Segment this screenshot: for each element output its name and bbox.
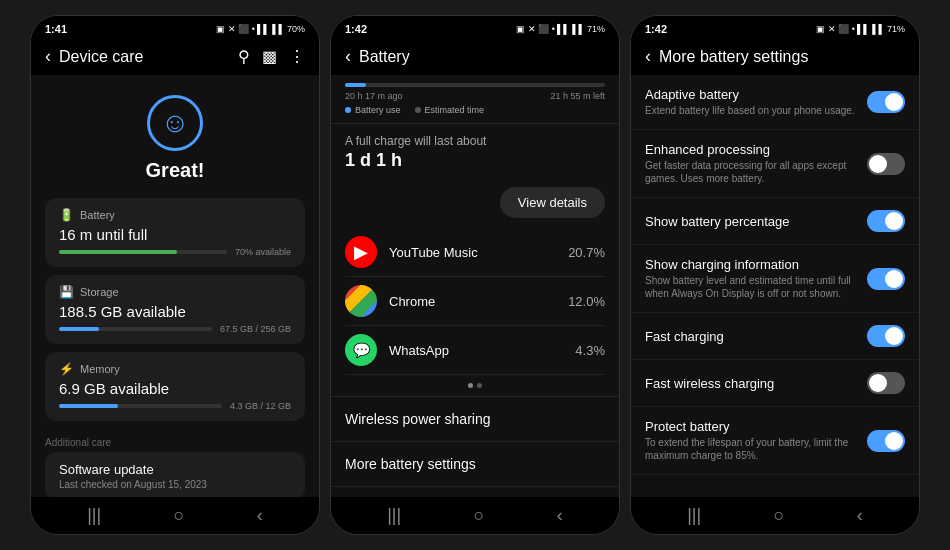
device-care-body: ☺ Great! 🔋 Battery 16 m until full 70% a… bbox=[31, 75, 319, 497]
app-item-whatsapp[interactable]: 💬 WhatsApp 4.3% bbox=[345, 326, 605, 375]
recents-button-3[interactable]: ||| bbox=[687, 505, 701, 526]
setting-fast-wireless-charging[interactable]: Fast wireless charging bbox=[631, 360, 919, 407]
pagination bbox=[331, 375, 619, 396]
memory-card[interactable]: ⚡ Memory 6.9 GB available 4.3 GB / 12 GB bbox=[45, 352, 305, 421]
top-bar-1: ‹ Device care ⚲ ▩ ⋮ bbox=[31, 38, 319, 75]
battery-bar-container bbox=[345, 83, 605, 87]
additional-care-label: Additional care bbox=[45, 437, 305, 448]
battery-progress-label: 70% available bbox=[235, 247, 291, 257]
full-charge-label: A full charge will last about bbox=[345, 134, 605, 148]
back-button-1[interactable]: ‹ bbox=[45, 46, 51, 67]
settings-body: Adaptive battery Extend battery life bas… bbox=[631, 75, 919, 497]
protect-battery-text: Protect battery To extend the lifespan o… bbox=[645, 419, 867, 462]
back-nav-button-3[interactable]: ‹ bbox=[857, 505, 863, 526]
enhanced-processing-toggle[interactable] bbox=[867, 153, 905, 175]
software-card[interactable]: Software update Last checked on August 1… bbox=[45, 452, 305, 497]
show-charging-info-sub: Show battery level and estimated time un… bbox=[645, 274, 867, 300]
screen-content-2: 20 h 17 m ago 21 h 55 m left Battery use… bbox=[331, 75, 619, 497]
battery-progress-bg bbox=[59, 250, 227, 254]
protect-battery-toggle[interactable] bbox=[867, 430, 905, 452]
status-icons-1: ▣ ✕ ⬛ • ▌▌ ▌▌ 70% bbox=[216, 24, 305, 34]
storage-label: Storage bbox=[80, 286, 119, 298]
recents-button-2[interactable]: ||| bbox=[387, 505, 401, 526]
storage-icon: 💾 bbox=[59, 285, 74, 299]
setting-fast-charging[interactable]: Fast charging bbox=[631, 313, 919, 360]
storage-card[interactable]: 💾 Storage 188.5 GB available 67.5 GB / 2… bbox=[45, 275, 305, 344]
back-button-2[interactable]: ‹ bbox=[345, 46, 351, 67]
nav-bar-1: ||| ○ ‹ bbox=[31, 497, 319, 534]
face-icon: ☺ bbox=[147, 95, 203, 151]
battery-legend: Battery use Estimated time bbox=[345, 105, 605, 115]
legend-dot-estimated bbox=[415, 107, 421, 113]
chrome-name: Chrome bbox=[389, 294, 568, 309]
protect-battery-sub: To extend the lifespan of your battery, … bbox=[645, 436, 867, 462]
protect-battery-title: Protect battery bbox=[645, 419, 867, 434]
back-nav-button-1[interactable]: ‹ bbox=[257, 505, 263, 526]
time-ago: 20 h 17 m ago bbox=[345, 91, 403, 101]
phone2-battery: 1:42 ▣ ✕ ⬛ • ▌▌ ▌▌ 71% ‹ Battery 20 h 17… bbox=[330, 15, 620, 535]
yt-music-name: YouTube Music bbox=[389, 245, 568, 260]
chart-icon-1[interactable]: ▩ bbox=[262, 47, 277, 66]
app-item-chrome[interactable]: Chrome 12.0% bbox=[345, 277, 605, 326]
time-3: 1:42 bbox=[645, 23, 667, 35]
status-bar-2: 1:42 ▣ ✕ ⬛ • ▌▌ ▌▌ 71% bbox=[331, 16, 619, 38]
battery-body: 20 h 17 m ago 21 h 55 m left Battery use… bbox=[331, 75, 619, 497]
battery-value: 16 m until full bbox=[59, 226, 291, 243]
more-battery-settings[interactable]: More battery settings bbox=[331, 441, 619, 486]
software-update-title: Software update bbox=[59, 462, 291, 477]
search-icon-1[interactable]: ⚲ bbox=[238, 47, 250, 66]
page-title-3: More battery settings bbox=[659, 48, 905, 66]
storage-progress-bg bbox=[59, 327, 212, 331]
setting-protect-battery[interactable]: Protect battery To extend the lifespan o… bbox=[631, 407, 919, 475]
chrome-percent: 12.0% bbox=[568, 294, 605, 309]
home-button-3[interactable]: ○ bbox=[774, 505, 785, 526]
battery-label: Battery bbox=[80, 209, 115, 221]
home-button-2[interactable]: ○ bbox=[474, 505, 485, 526]
setting-enhanced-processing[interactable]: Enhanced processing Get faster data proc… bbox=[631, 130, 919, 198]
show-charging-info-toggle[interactable] bbox=[867, 268, 905, 290]
legend-estimated-time: Estimated time bbox=[415, 105, 485, 115]
adaptive-battery-text: Adaptive battery Extend battery life bas… bbox=[645, 87, 867, 117]
memory-progress-row: 4.3 GB / 12 GB bbox=[59, 401, 291, 411]
fast-charging-toggle[interactable] bbox=[867, 325, 905, 347]
adaptive-battery-sub: Extend battery life based on your phone … bbox=[645, 104, 867, 117]
setting-adaptive-battery[interactable]: Adaptive battery Extend battery life bas… bbox=[631, 75, 919, 130]
status-icons-2: ▣ ✕ ⬛ • ▌▌ ▌▌ 71% bbox=[516, 24, 605, 34]
home-button-1[interactable]: ○ bbox=[174, 505, 185, 526]
great-text: Great! bbox=[146, 159, 205, 182]
screen-content-3: Adaptive battery Extend battery life bas… bbox=[631, 75, 919, 497]
whatsapp-name: WhatsApp bbox=[389, 343, 575, 358]
chrome-icon bbox=[345, 285, 377, 317]
show-battery-pct-text: Show battery percentage bbox=[645, 214, 867, 229]
battery-card[interactable]: 🔋 Battery 16 m until full 70% available bbox=[45, 198, 305, 267]
nav-bar-3: ||| ○ ‹ bbox=[631, 497, 919, 534]
fast-wireless-charging-toggle[interactable] bbox=[867, 372, 905, 394]
back-nav-button-2[interactable]: ‹ bbox=[557, 505, 563, 526]
back-button-3[interactable]: ‹ bbox=[645, 46, 651, 67]
storage-value: 188.5 GB available bbox=[59, 303, 291, 320]
show-battery-pct-toggle[interactable] bbox=[867, 210, 905, 232]
page-title-2: Battery bbox=[359, 48, 605, 66]
legend-dot-battery bbox=[345, 107, 351, 113]
top-bar-3: ‹ More battery settings bbox=[631, 38, 919, 75]
top-icons-1: ⚲ ▩ ⋮ bbox=[238, 47, 305, 66]
view-details-button[interactable]: View details bbox=[500, 187, 605, 218]
adaptive-battery-toggle[interactable] bbox=[867, 91, 905, 113]
recents-button-1[interactable]: ||| bbox=[87, 505, 101, 526]
app-item-yt[interactable]: ▶ YouTube Music 20.7% bbox=[345, 228, 605, 277]
status-icons-3: ▣ ✕ ⬛ • ▌▌ ▌▌ 71% bbox=[816, 24, 905, 34]
fast-charging-text: Fast charging bbox=[645, 329, 867, 344]
wireless-power-sharing[interactable]: Wireless power sharing bbox=[331, 396, 619, 441]
legend-battery-use: Battery use bbox=[345, 105, 401, 115]
storage-progress-fill bbox=[59, 327, 99, 331]
setting-show-charging-info[interactable]: Show charging information Show battery l… bbox=[631, 245, 919, 313]
memory-card-header: ⚡ Memory bbox=[59, 362, 291, 376]
phones-container: 1:41 ▣ ✕ ⬛ • ▌▌ ▌▌ 70% ‹ Device care ⚲ ▩… bbox=[20, 5, 930, 545]
whatsapp-icon: 💬 bbox=[345, 334, 377, 366]
top-bar-2: ‹ Battery bbox=[331, 38, 619, 75]
enhanced-processing-title: Enhanced processing bbox=[645, 142, 867, 157]
battery-progress-fill bbox=[59, 250, 177, 254]
menu-icon-1[interactable]: ⋮ bbox=[289, 47, 305, 66]
fast-wireless-charging-text: Fast wireless charging bbox=[645, 376, 867, 391]
setting-show-battery-pct[interactable]: Show battery percentage bbox=[631, 198, 919, 245]
